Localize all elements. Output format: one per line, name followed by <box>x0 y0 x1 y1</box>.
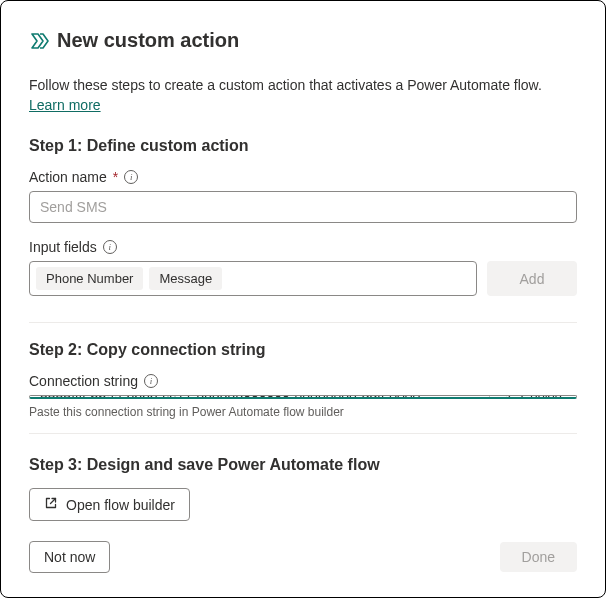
check-icon: ✓ <box>504 395 515 399</box>
connection-string-value[interactable]: 5555ffff-66aa-bbbb-cc77-dddddd888888-eee… <box>30 396 489 397</box>
connection-string-row: 5555ffff-66aa-bbbb-cc77-dddddd888888-eee… <box>29 395 577 399</box>
step3-section: Step 3: Design and save Power Automate f… <box>29 456 577 521</box>
chip-message[interactable]: Message <box>149 267 222 290</box>
action-name-field: Action name * i <box>29 169 577 223</box>
step3-title: Step 3: Design and save Power Automate f… <box>29 456 577 474</box>
open-flow-builder-label: Open flow builder <box>66 497 175 513</box>
copy-button[interactable]: ✓ Copied <box>489 396 576 397</box>
action-name-label-text: Action name <box>29 169 107 185</box>
step1-title: Step 1: Define custom action <box>29 137 577 155</box>
new-custom-action-dialog: New custom action Follow these steps to … <box>0 0 606 598</box>
add-input-field-button: Add <box>487 261 577 296</box>
action-icon <box>29 31 49 51</box>
input-fields-label: Input fields i <box>29 239 577 255</box>
open-flow-builder-button[interactable]: Open flow builder <box>29 488 190 521</box>
connection-string-label-text: Connection string <box>29 373 138 389</box>
action-name-label: Action name * i <box>29 169 577 185</box>
intro-text: Follow these steps to create a custom ac… <box>29 76 577 115</box>
action-name-input[interactable] <box>29 191 577 223</box>
external-link-icon <box>44 496 58 513</box>
copied-label: Copied <box>521 395 562 399</box>
input-fields-row: Phone Number Message Add <box>29 261 577 296</box>
connection-string-helper: Paste this connection string in Power Au… <box>29 405 577 419</box>
required-marker: * <box>113 169 118 185</box>
input-fields-field: Input fields i Phone Number Message Add <box>29 239 577 296</box>
not-now-button[interactable]: Not now <box>29 541 110 573</box>
input-fields-label-text: Input fields <box>29 239 97 255</box>
step2-title: Step 2: Copy connection string <box>29 341 577 359</box>
info-icon[interactable]: i <box>144 374 158 388</box>
divider <box>29 322 577 323</box>
intro-body: Follow these steps to create a custom ac… <box>29 77 542 93</box>
dialog-footer: Not now Done <box>29 521 577 573</box>
info-icon[interactable]: i <box>103 240 117 254</box>
divider <box>29 433 577 434</box>
learn-more-link[interactable]: Learn more <box>29 97 101 113</box>
dialog-title: New custom action <box>57 29 239 52</box>
dialog-header: New custom action <box>29 29 577 52</box>
done-button: Done <box>500 542 577 572</box>
connection-string-label: Connection string i <box>29 373 577 389</box>
chip-phone-number[interactable]: Phone Number <box>36 267 143 290</box>
info-icon[interactable]: i <box>124 170 138 184</box>
input-fields-chips[interactable]: Phone Number Message <box>29 261 477 296</box>
